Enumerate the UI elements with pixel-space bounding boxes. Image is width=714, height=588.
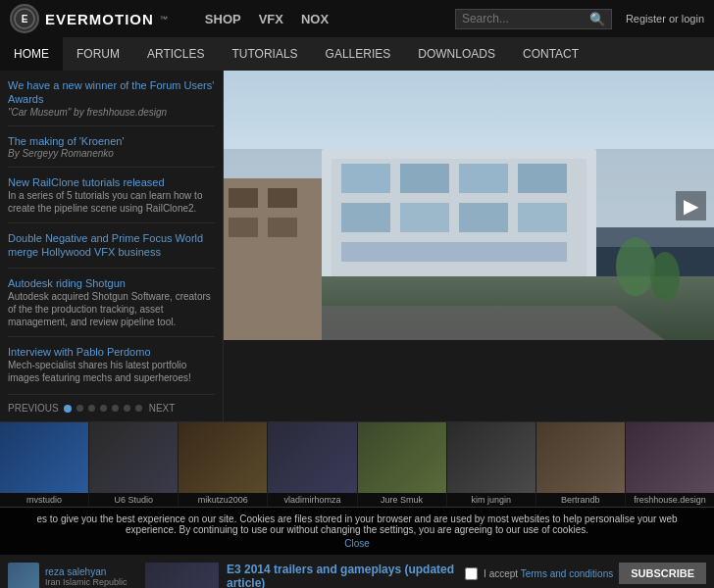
next-button[interactable]: NEXT — [149, 403, 176, 414]
nav-galleries[interactable]: GALLERIES — [312, 37, 405, 71]
thumb-7[interactable]: freshhouse.design — [626, 422, 714, 507]
thumb-label-3: vladimirhomza — [268, 493, 356, 507]
logo-icon: E — [10, 4, 39, 33]
top-nav-vfx[interactable]: VFX — [259, 12, 283, 26]
svg-rect-23 — [268, 188, 297, 208]
article-title[interactable]: E3 2014 trailers and gameplays (updated … — [227, 563, 455, 588]
thumb-img-1 — [89, 422, 178, 493]
nav-forum[interactable]: FORUM — [63, 37, 133, 71]
subscribe-button[interactable]: SUBSCRIBE — [619, 563, 706, 584]
search-input[interactable] — [462, 12, 589, 25]
thumb-2[interactable]: mikutzu2006 — [178, 422, 268, 507]
svg-rect-13 — [518, 203, 567, 232]
logo: E EVERMOTION ™ — [10, 4, 168, 33]
brand-name: EVERMOTION — [45, 11, 154, 27]
subscribe-row: I accept Terms and conditions SUBSCRIBE — [465, 563, 706, 584]
news-title-3[interactable]: Double Negative and Prime Focus World me… — [8, 231, 215, 260]
article-thumbnail — [145, 563, 219, 588]
dot-6[interactable] — [135, 405, 142, 412]
terms-link[interactable]: Terms and conditions — [521, 568, 614, 579]
news-title-1[interactable]: The making of 'Kroenen' — [8, 134, 215, 148]
news-title-0[interactable]: We have a new winner of the Forum Users'… — [8, 78, 215, 107]
nav-contact[interactable]: CONTACT — [509, 37, 592, 71]
svg-rect-10 — [341, 203, 390, 232]
svg-rect-22 — [229, 188, 258, 208]
thumb-5[interactable]: kim jungin — [447, 422, 536, 507]
thumb-label-0: mvstudio — [0, 493, 88, 507]
subscribe-section: I accept Terms and conditions SUBSCRIBE — [465, 563, 706, 588]
nav-articles[interactable]: ARTICLES — [133, 37, 218, 71]
thumb-4[interactable]: Jure Smuk — [358, 422, 447, 507]
hero-next-arrow[interactable]: ▶ — [676, 191, 706, 220]
thumb-label-5: kim jungin — [447, 493, 536, 507]
nav-tutorials[interactable]: TUTORIALS — [218, 37, 311, 71]
hero-image — [224, 71, 714, 340]
article-text: E3 2014 trailers and gameplays (updated … — [227, 563, 455, 588]
svg-rect-11 — [400, 203, 449, 232]
dot-2[interactable] — [88, 405, 95, 412]
search-bar[interactable]: 🔍 — [455, 9, 612, 29]
search-icon: 🔍 — [589, 12, 605, 26]
thumb-img-6 — [536, 422, 625, 493]
content-area: We have a new winner of the Forum Users'… — [0, 71, 714, 421]
news-title-5[interactable]: Interview with Pablo Perdomo — [8, 345, 215, 359]
news-sub-1: By Sergeyy Romanenko — [8, 148, 215, 159]
top-nav: SHOP VFX NOX — [205, 12, 329, 26]
terms-checkbox[interactable] — [465, 567, 478, 580]
auth-link[interactable]: Register or login — [626, 13, 704, 24]
users-column: reza salehyan Iran Islamic Republic Of, … — [8, 563, 135, 588]
dot-1[interactable] — [76, 405, 83, 412]
thumb-label-6: Bertrandb — [536, 493, 625, 507]
user-info-0: reza salehyan Iran Islamic Republic Of, … — [45, 566, 135, 588]
nav-home[interactable]: HOME — [0, 37, 63, 71]
dot-4[interactable] — [112, 405, 119, 412]
svg-rect-25 — [268, 218, 297, 237]
top-nav-nox[interactable]: NOX — [301, 12, 329, 26]
cookie-close-button[interactable]: Close — [16, 538, 698, 549]
thumbnails-row: mvstudio U6 Studio mikutzu2006 vladimirh… — [0, 421, 714, 507]
thumb-img-2 — [178, 422, 267, 493]
svg-marker-16 — [273, 306, 665, 340]
news-item-2: New RailClone tutorials released In a se… — [8, 175, 215, 223]
news-sub-0: "Car Museum" by freshhouse.design — [8, 107, 215, 118]
thumb-1[interactable]: U6 Studio — [89, 422, 178, 507]
svg-rect-9 — [518, 164, 567, 193]
svg-rect-8 — [459, 164, 508, 193]
dot-active[interactable] — [64, 405, 72, 413]
dot-5[interactable] — [124, 405, 130, 412]
svg-rect-6 — [341, 164, 390, 193]
news-desc-4: Autodesk acquired Shotgun Software, crea… — [8, 290, 215, 328]
hero-area: ▶ — [224, 71, 714, 340]
thumb-img-3 — [268, 422, 356, 493]
prev-button[interactable]: PREVIOUS — [8, 403, 59, 414]
news-item-1: The making of 'Kroenen' By Sergeyy Roman… — [8, 134, 215, 168]
bottom-section: reza salehyan Iran Islamic Republic Of, … — [0, 555, 714, 588]
thumb-label-2: mikutzu2006 — [178, 493, 267, 507]
thumb-img-5 — [447, 422, 536, 493]
thumb-0[interactable]: mvstudio — [0, 422, 89, 507]
svg-rect-14 — [341, 242, 567, 262]
main-nav: HOME FORUM ARTICLES TUTORIALS GALLERIES … — [0, 37, 714, 71]
thumb-img-7 — [626, 422, 714, 493]
thumb-3[interactable]: vladimirhomza — [268, 422, 357, 507]
svg-text:E: E — [22, 14, 28, 24]
svg-rect-12 — [459, 203, 508, 232]
avatar-0 — [8, 563, 39, 588]
user-name-0[interactable]: reza salehyan — [45, 566, 135, 577]
news-item-5: Interview with Pablo Perdomo Mech-specia… — [8, 345, 215, 395]
news-title-2[interactable]: New RailClone tutorials released — [8, 175, 215, 189]
thumb-6[interactable]: Bertrandb — [536, 422, 626, 507]
article-section: E3 2014 trailers and gameplays (updated … — [145, 563, 455, 588]
news-desc-2: In a series of 5 tutorials you can learn… — [8, 189, 215, 215]
user-loc-0: Iran Islamic Republic Of, Babolsar — [45, 577, 135, 588]
nav-downloads[interactable]: DOWNLOADS — [404, 37, 509, 71]
svg-rect-7 — [400, 164, 449, 193]
news-title-4[interactable]: Autodesk riding Shotgun — [8, 276, 215, 290]
terms-label[interactable]: I accept Terms and conditions — [484, 568, 613, 579]
top-nav-shop[interactable]: SHOP — [205, 12, 241, 26]
thumb-img-0 — [0, 422, 88, 493]
svg-point-20 — [650, 252, 680, 301]
dot-3[interactable] — [100, 405, 107, 412]
thumb-img-4 — [358, 422, 446, 493]
cookie-text: es to give you the best experience on ou… — [36, 514, 677, 535]
